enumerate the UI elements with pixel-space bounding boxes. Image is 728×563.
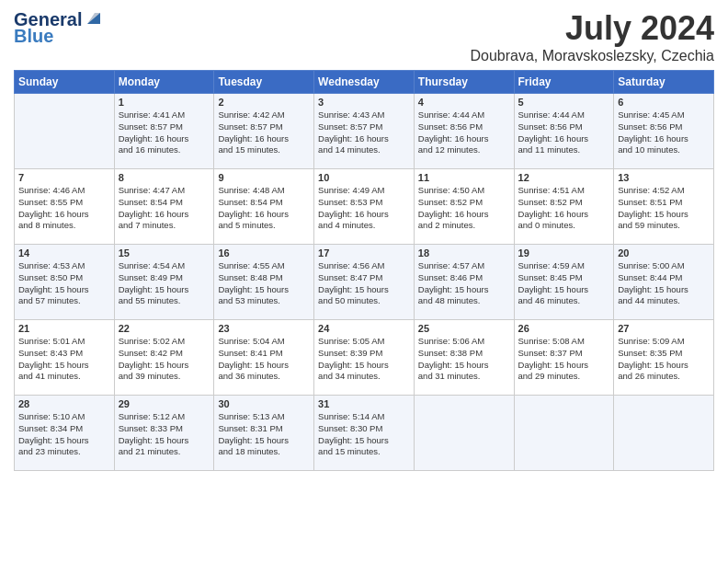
calendar-cell: 2Sunrise: 4:42 AM Sunset: 8:57 PM Daylig… (214, 94, 314, 169)
calendar-cell: 10Sunrise: 4:49 AM Sunset: 8:53 PM Dayli… (314, 169, 415, 245)
logo-icon (84, 7, 104, 28)
calendar-cell: 5Sunrise: 4:44 AM Sunset: 8:56 PM Daylig… (514, 94, 614, 169)
day-info: Sunrise: 5:04 AM Sunset: 8:41 PM Dayligh… (218, 336, 310, 383)
calendar-cell (614, 396, 714, 471)
day-number: 4 (418, 97, 510, 108)
calendar-cell: 16Sunrise: 4:55 AM Sunset: 8:48 PM Dayli… (214, 245, 314, 320)
calendar-cell: 4Sunrise: 4:44 AM Sunset: 8:56 PM Daylig… (414, 94, 514, 169)
day-number: 31 (318, 398, 410, 409)
day-info: Sunrise: 4:44 AM Sunset: 8:56 PM Dayligh… (518, 109, 610, 156)
calendar-week-row: 21Sunrise: 5:01 AM Sunset: 8:43 PM Dayli… (15, 320, 714, 396)
calendar-cell: 22Sunrise: 5:02 AM Sunset: 8:42 PM Dayli… (114, 320, 214, 396)
calendar-week-row: 14Sunrise: 4:53 AM Sunset: 8:50 PM Dayli… (15, 245, 714, 320)
weekday-header-row: Sunday Monday Tuesday Wednesday Thursday… (15, 71, 714, 94)
day-info: Sunrise: 5:14 AM Sunset: 8:30 PM Dayligh… (318, 411, 410, 458)
calendar-cell: 19Sunrise: 4:59 AM Sunset: 8:45 PM Dayli… (514, 245, 614, 320)
day-number: 16 (218, 247, 310, 259)
day-number: 30 (218, 398, 310, 409)
day-info: Sunrise: 4:54 AM Sunset: 8:49 PM Dayligh… (119, 260, 210, 307)
day-info: Sunrise: 5:00 AM Sunset: 8:44 PM Dayligh… (618, 260, 710, 307)
day-info: Sunrise: 4:47 AM Sunset: 8:54 PM Dayligh… (119, 185, 210, 232)
title-section: July 2024 Doubrava, Moravskoslezsky, Cze… (470, 9, 714, 64)
calendar-cell: 28Sunrise: 5:10 AM Sunset: 8:34 PM Dayli… (15, 396, 115, 471)
day-number: 22 (119, 323, 210, 334)
header-sunday: Sunday (15, 71, 115, 94)
day-number: 18 (418, 247, 510, 259)
calendar-cell: 7Sunrise: 4:46 AM Sunset: 8:55 PM Daylig… (15, 169, 115, 245)
calendar-cell: 17Sunrise: 4:56 AM Sunset: 8:47 PM Dayli… (314, 245, 415, 320)
header: General Blue July 2024 Doubrava, Moravsk… (14, 9, 714, 64)
day-info: Sunrise: 4:46 AM Sunset: 8:55 PM Dayligh… (18, 185, 110, 232)
day-info: Sunrise: 4:56 AM Sunset: 8:47 PM Dayligh… (318, 260, 410, 307)
calendar-cell: 26Sunrise: 5:08 AM Sunset: 8:37 PM Dayli… (514, 320, 614, 396)
calendar-cell: 15Sunrise: 4:54 AM Sunset: 8:49 PM Dayli… (114, 245, 214, 320)
calendar-cell: 23Sunrise: 5:04 AM Sunset: 8:41 PM Dayli… (214, 320, 314, 396)
header-friday: Friday (514, 71, 614, 94)
calendar-cell: 11Sunrise: 4:50 AM Sunset: 8:52 PM Dayli… (414, 169, 514, 245)
calendar-week-row: 7Sunrise: 4:46 AM Sunset: 8:55 PM Daylig… (15, 169, 714, 245)
day-info: Sunrise: 5:08 AM Sunset: 8:37 PM Dayligh… (518, 336, 610, 383)
header-monday: Monday (114, 71, 214, 94)
day-number: 2 (218, 97, 310, 108)
page-container: General Blue July 2024 Doubrava, Moravsk… (0, 0, 728, 480)
day-number: 1 (119, 97, 210, 108)
header-thursday: Thursday (414, 71, 514, 94)
day-number: 25 (418, 323, 510, 334)
calendar-cell: 9Sunrise: 4:48 AM Sunset: 8:54 PM Daylig… (214, 169, 314, 245)
day-info: Sunrise: 4:50 AM Sunset: 8:52 PM Dayligh… (418, 185, 510, 232)
day-number: 11 (418, 172, 510, 183)
day-info: Sunrise: 4:41 AM Sunset: 8:57 PM Dayligh… (119, 109, 210, 156)
day-number: 21 (18, 323, 110, 334)
day-info: Sunrise: 4:53 AM Sunset: 8:50 PM Dayligh… (18, 260, 110, 307)
day-number: 19 (518, 247, 610, 259)
day-info: Sunrise: 5:10 AM Sunset: 8:34 PM Dayligh… (18, 411, 110, 458)
calendar-cell: 31Sunrise: 5:14 AM Sunset: 8:30 PM Dayli… (314, 396, 415, 471)
day-number: 8 (119, 172, 210, 183)
calendar-cell: 29Sunrise: 5:12 AM Sunset: 8:33 PM Dayli… (114, 396, 214, 471)
calendar-cell (514, 396, 614, 471)
day-info: Sunrise: 5:13 AM Sunset: 8:31 PM Dayligh… (218, 411, 310, 458)
calendar-cell (15, 94, 115, 169)
day-info: Sunrise: 4:51 AM Sunset: 8:52 PM Dayligh… (518, 185, 610, 232)
calendar-cell: 12Sunrise: 4:51 AM Sunset: 8:52 PM Dayli… (514, 169, 614, 245)
day-info: Sunrise: 5:05 AM Sunset: 8:39 PM Dayligh… (318, 336, 410, 383)
day-info: Sunrise: 5:06 AM Sunset: 8:38 PM Dayligh… (418, 336, 510, 383)
calendar-cell: 21Sunrise: 5:01 AM Sunset: 8:43 PM Dayli… (15, 320, 115, 396)
day-info: Sunrise: 4:59 AM Sunset: 8:45 PM Dayligh… (518, 260, 610, 307)
calendar-cell: 13Sunrise: 4:52 AM Sunset: 8:51 PM Dayli… (614, 169, 714, 245)
calendar-table: Sunday Monday Tuesday Wednesday Thursday… (14, 70, 714, 471)
day-info: Sunrise: 4:57 AM Sunset: 8:46 PM Dayligh… (418, 260, 510, 307)
header-tuesday: Tuesday (214, 71, 314, 94)
calendar-cell: 3Sunrise: 4:43 AM Sunset: 8:57 PM Daylig… (314, 94, 415, 169)
calendar-cell: 27Sunrise: 5:09 AM Sunset: 8:35 PM Dayli… (614, 320, 714, 396)
day-number: 26 (518, 323, 610, 334)
day-number: 13 (618, 172, 710, 183)
calendar-cell: 6Sunrise: 4:45 AM Sunset: 8:56 PM Daylig… (614, 94, 714, 169)
day-number: 17 (318, 247, 410, 259)
calendar-week-row: 28Sunrise: 5:10 AM Sunset: 8:34 PM Dayli… (15, 396, 714, 471)
calendar-cell: 18Sunrise: 4:57 AM Sunset: 8:46 PM Dayli… (414, 245, 514, 320)
day-number: 24 (318, 323, 410, 334)
calendar-body: 1Sunrise: 4:41 AM Sunset: 8:57 PM Daylig… (15, 94, 714, 471)
day-info: Sunrise: 5:09 AM Sunset: 8:35 PM Dayligh… (618, 336, 710, 383)
header-saturday: Saturday (614, 71, 714, 94)
day-number: 28 (18, 398, 110, 409)
calendar-cell: 8Sunrise: 4:47 AM Sunset: 8:54 PM Daylig… (114, 169, 214, 245)
calendar-cell: 30Sunrise: 5:13 AM Sunset: 8:31 PM Dayli… (214, 396, 314, 471)
calendar-week-row: 1Sunrise: 4:41 AM Sunset: 8:57 PM Daylig… (15, 94, 714, 169)
day-number: 12 (518, 172, 610, 183)
day-info: Sunrise: 4:48 AM Sunset: 8:54 PM Dayligh… (218, 185, 310, 232)
header-wednesday: Wednesday (314, 71, 415, 94)
day-number: 10 (318, 172, 410, 183)
day-info: Sunrise: 4:44 AM Sunset: 8:56 PM Dayligh… (418, 109, 510, 156)
calendar-cell: 24Sunrise: 5:05 AM Sunset: 8:39 PM Dayli… (314, 320, 415, 396)
day-info: Sunrise: 4:43 AM Sunset: 8:57 PM Dayligh… (318, 109, 410, 156)
calendar-cell: 25Sunrise: 5:06 AM Sunset: 8:38 PM Dayli… (414, 320, 514, 396)
day-number: 15 (119, 247, 210, 259)
day-info: Sunrise: 4:42 AM Sunset: 8:57 PM Dayligh… (218, 109, 310, 156)
svg-marker-1 (87, 13, 100, 24)
logo: General Blue (14, 9, 104, 46)
day-number: 5 (518, 97, 610, 108)
month-title: July 2024 (470, 9, 714, 48)
calendar-cell: 20Sunrise: 5:00 AM Sunset: 8:44 PM Dayli… (614, 245, 714, 320)
